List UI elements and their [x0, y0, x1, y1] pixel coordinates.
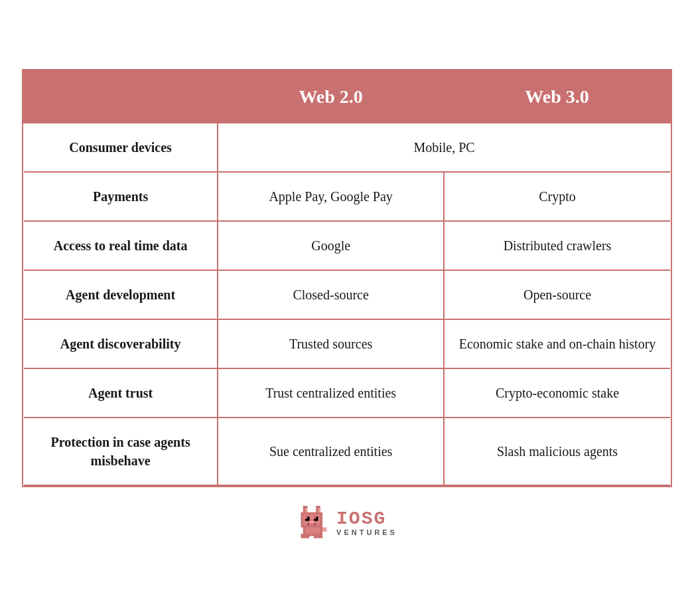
- svg-rect-11: [307, 523, 309, 525]
- table-row: Agent developmentClosed-sourceOpen-sourc…: [24, 270, 670, 319]
- row-label-3: Agent development: [24, 270, 218, 319]
- row-web3-3: Open-source: [444, 270, 670, 319]
- table-row: Access to real time dataGoogleDistribute…: [24, 221, 670, 270]
- row-label-1: Payments: [24, 172, 218, 221]
- row-label-4: Agent discoverability: [24, 319, 218, 368]
- row-label-0: Consumer devices: [24, 123, 218, 172]
- logo-text-area: IOSG VENTURES: [336, 510, 397, 536]
- row-web3-4: Economic stake and on-chain history: [444, 319, 670, 368]
- table-row: Protection in case agents misbehaveSue c…: [24, 418, 670, 485]
- row-web2-2: Google: [218, 221, 444, 270]
- header-web3: Web 3.0: [444, 71, 670, 123]
- svg-rect-16: [314, 534, 322, 538]
- row-web3-1: Crypto: [444, 172, 670, 221]
- logo-ventures-text: VENTURES: [336, 528, 397, 536]
- row-web2-6: Sue centralized entities: [218, 418, 444, 485]
- row-web3-5: Crypto-economic stake: [444, 368, 670, 418]
- svg-rect-10: [310, 521, 314, 523]
- header-category: [24, 71, 218, 123]
- row-web3-6: Slash malicious agents: [444, 418, 670, 485]
- svg-rect-14: [305, 528, 320, 534]
- svg-rect-12: [314, 523, 316, 525]
- comparison-table: Web 2.0 Web 3.0 Consumer devicesMobile, …: [23, 70, 671, 486]
- table-row: Agent discoverabilityTrusted sourcesEcon…: [24, 319, 670, 368]
- row-web2-0: Mobile, PC: [218, 123, 670, 172]
- table-row: PaymentsApple Pay, Google PayCrypto: [24, 172, 670, 221]
- row-label-5: Agent trust: [24, 368, 218, 418]
- logo-area: IOSG VENTURES: [297, 506, 397, 540]
- svg-rect-15: [301, 534, 310, 538]
- comparison-table-container: Web 2.0 Web 3.0 Consumer devicesMobile, …: [22, 69, 672, 487]
- row-label-6: Protection in case agents misbehave: [24, 418, 218, 485]
- table-row: Consumer devicesMobile, PC: [24, 123, 670, 172]
- page-wrapper: Web 2.0 Web 3.0 Consumer devicesMobile, …: [0, 49, 694, 567]
- row-web2-5: Trust centralized entities: [218, 368, 444, 418]
- header-web2: Web 2.0: [218, 71, 444, 123]
- logo-rabbit-icon: [297, 506, 331, 540]
- table-header-row: Web 2.0 Web 3.0: [24, 71, 670, 123]
- svg-rect-8: [305, 516, 307, 518]
- row-web2-4: Trusted sources: [218, 319, 444, 368]
- logo-iosg-text: IOSG: [336, 510, 386, 528]
- row-web3-2: Distributed crawlers: [444, 221, 670, 270]
- row-web2-1: Apple Pay, Google Pay: [218, 172, 444, 221]
- svg-rect-17: [322, 528, 327, 532]
- table-row: Agent trustTrust centralized entitiesCry…: [24, 368, 670, 418]
- row-web2-3: Closed-source: [218, 270, 444, 319]
- row-label-2: Access to real time data: [24, 221, 218, 270]
- svg-rect-9: [314, 516, 316, 518]
